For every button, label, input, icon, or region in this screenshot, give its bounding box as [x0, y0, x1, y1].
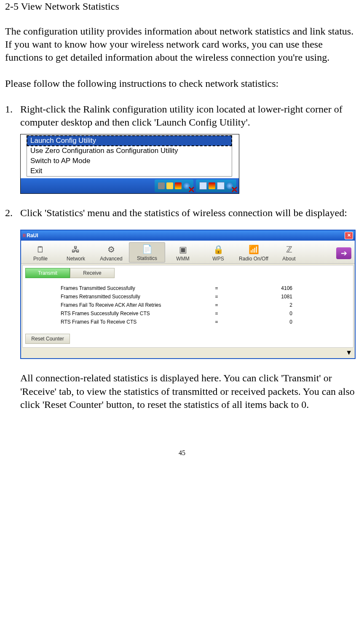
menu-item-switch-ap[interactable]: Switch to AP Mode [27, 156, 232, 166]
toolbar-label: Advanced [94, 256, 129, 262]
toolbar-profile[interactable]: 🗒 Profile [23, 243, 58, 263]
toolbar-advanced[interactable]: ⚙ Advanced [94, 243, 129, 263]
context-menu-screenshot: Launch Config Utility Use Zero Configura… [20, 134, 239, 194]
toolbar: 🗒 Profile 🖧 Network ⚙ Advanced 📄 Statist… [21, 241, 355, 264]
toolbar-label: About [271, 256, 307, 262]
window-titlebar: RRaUI ✕ [21, 230, 355, 241]
network-icon [217, 182, 225, 190]
step-1-text: Right-click the Ralink configuration uti… [20, 103, 359, 129]
stat-value: 4106 [229, 285, 292, 291]
stat-value: 0 [229, 319, 292, 325]
step-2-text: Click 'Statistics' menu and the statisti… [20, 206, 359, 220]
stat-value: 2 [229, 302, 292, 308]
toolbar-label: WPS [201, 256, 236, 262]
window-footer: ▼ [21, 349, 355, 358]
after-paragraph: All connection-related statistics is dis… [20, 372, 359, 411]
step-1-number: 1. [5, 103, 20, 129]
statistics-icon: 📄 [129, 244, 165, 255]
stat-row: Frames Fail To Receive ACK After All Ret… [61, 301, 351, 309]
tray-icon [183, 182, 190, 189]
toolbar-radio[interactable]: 📶 Radio On/Off [236, 243, 271, 263]
step-2-number: 2. [5, 206, 20, 220]
step-1: 1. Right-click the Ralink configuration … [5, 103, 359, 129]
equals-sign: = [204, 319, 229, 325]
stat-row: Frames Transmitted Successfully = 4106 [61, 284, 351, 292]
toolbar-label: Profile [23, 256, 58, 262]
window-title: RaUI [27, 233, 38, 238]
stat-label: RTS Frames Fail To Receive CTS [61, 319, 204, 325]
network-icon: 🖧 [58, 244, 94, 255]
tray-icon [226, 182, 233, 189]
advanced-icon: ⚙ [94, 244, 129, 255]
context-menu: Launch Config Utility Use Zero Configura… [27, 135, 232, 177]
close-button[interactable]: ✕ [345, 232, 353, 239]
taskbar [21, 178, 239, 193]
next-arrow-button[interactable]: ➔ [336, 247, 351, 259]
menu-item-zero-config[interactable]: Use Zero Configuration as Configuration … [27, 146, 232, 156]
tab-receive[interactable]: Receive [70, 268, 115, 278]
wps-icon: 🔒 [201, 244, 236, 255]
stat-label: Frames Retransmitted Successfully [61, 294, 204, 300]
chevron-down-icon[interactable]: ▼ [345, 349, 352, 356]
toolbar-label: WMM [165, 256, 201, 262]
stat-label: Frames Fail To Receive ACK After All Ret… [61, 302, 204, 308]
stat-label: Frames Transmitted Successfully [61, 285, 204, 291]
stat-row: RTS Frames Fail To Receive CTS = 0 [61, 318, 351, 326]
tray-icon [158, 182, 165, 189]
equals-sign: = [204, 311, 229, 316]
security-shield-icon [175, 182, 182, 189]
network-icon [199, 182, 207, 190]
stat-value: 1081 [229, 294, 292, 300]
system-tray-left [155, 180, 193, 192]
toolbar-network[interactable]: 🖧 Network [58, 243, 94, 263]
toolbar-wmm[interactable]: ▣ WMM [165, 243, 201, 263]
statistics-panel: Transmit Receive Frames Transmitted Succ… [22, 265, 353, 348]
raui-window: RRaUI ✕ 🗒 Profile 🖧 Network ⚙ Advanced 📄… [20, 230, 356, 359]
step-2: 2. Click 'Statistics' menu and the stati… [5, 206, 359, 220]
about-icon: ℤ [271, 244, 307, 255]
toolbar-about[interactable]: ℤ About [271, 243, 307, 263]
profile-icon: 🗒 [23, 244, 58, 255]
security-shield-icon [209, 182, 215, 189]
tab-transmit[interactable]: Transmit [25, 268, 70, 278]
intro-paragraph: The configuration utility provides infor… [5, 25, 359, 64]
toolbar-statistics[interactable]: 📄 Statistics [129, 242, 165, 263]
menu-item-launch-config[interactable]: Launch Config Utility [27, 136, 232, 146]
toolbar-label: Statistics [129, 255, 165, 261]
tray-icon [166, 182, 173, 189]
app-logo-icon: R [23, 233, 26, 238]
wmm-icon: ▣ [165, 244, 201, 255]
system-tray-right [196, 180, 236, 192]
toolbar-label: Radio On/Off [236, 256, 271, 262]
section-title: 2-5 View Network Statistics [5, 1, 359, 12]
reset-counter-button[interactable]: Reset Counter [25, 334, 70, 344]
stat-row: RTS Frames Successfully Receive CTS = 0 [61, 309, 351, 318]
radio-icon: 📶 [236, 244, 271, 255]
toolbar-wps[interactable]: 🔒 WPS [201, 243, 236, 263]
follow-paragraph: Please follow the following instructions… [5, 77, 359, 90]
equals-sign: = [204, 294, 229, 300]
toolbar-label: Network [58, 256, 94, 262]
equals-sign: = [204, 302, 229, 308]
equals-sign: = [204, 285, 229, 291]
page-number: 45 [5, 449, 359, 457]
stat-label: RTS Frames Successfully Receive CTS [61, 311, 204, 316]
stat-value: 0 [229, 311, 292, 316]
menu-item-exit[interactable]: Exit [27, 166, 232, 176]
stat-row: Frames Retransmitted Successfully = 1081 [61, 292, 351, 301]
